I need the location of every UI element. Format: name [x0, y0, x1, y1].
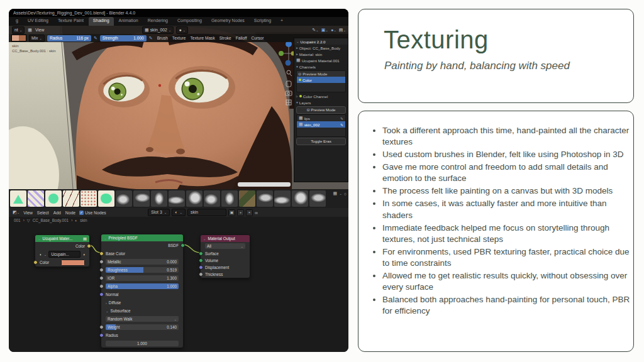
material-preview-icon[interactable]: ▣⌄	[321, 28, 328, 33]
view-menu[interactable]: View	[35, 28, 45, 32]
overlay-toggle-icon[interactable]: ✎⌄	[312, 28, 318, 33]
volume-socket[interactable]	[199, 258, 203, 263]
normal-socket[interactable]	[99, 292, 104, 297]
weight-slider[interactable]: Weight0.140	[106, 324, 179, 330]
brush-thumbnail[interactable]	[204, 190, 220, 207]
eye-icon[interactable]: ⊙	[298, 72, 301, 76]
brush-thumbnail[interactable]	[292, 190, 308, 207]
workspace-tab[interactable]: Shading	[89, 17, 114, 26]
ior-slider[interactable]: IOR1.300	[106, 275, 179, 281]
brush-thumbnail[interactable]	[274, 190, 291, 207]
metallic-slider[interactable]: Metallic0.000	[106, 259, 179, 265]
ucupaint-material-name[interactable]: ▦Ucupaint Material.001	[294, 57, 348, 63]
bsdf-output-socket[interactable]	[180, 243, 185, 248]
ucupaint-material-row[interactable]: ▸Material: skin	[294, 51, 348, 57]
workspace-tab[interactable]: +	[276, 17, 287, 26]
viewport-3d[interactable]: nt⌄ ▦ View ▦ skin_002⌄ ●⌄ ✎⌄ ▣⌄ ●⌄ ▤⌄	[9, 26, 348, 189]
brush-thumbnail[interactable]	[221, 190, 238, 207]
brush-thumbnail[interactable]	[116, 190, 132, 207]
brush-thumbnail[interactable]	[257, 190, 273, 207]
brush-thumbnail[interactable]	[169, 190, 185, 207]
use-nodes-checkbox[interactable]: ✓Use Nodes	[79, 211, 106, 215]
brush-color-swatch[interactable]	[11, 35, 26, 41]
output-socket[interactable]	[87, 244, 91, 248]
input-socket[interactable]	[33, 260, 38, 265]
displacement-socket[interactable]	[199, 265, 203, 270]
diffuse-expander[interactable]: ›Diffuse	[101, 299, 183, 307]
node-canvas[interactable]: ⌄Ucupaint Mater...▤ Color ◐⌄ Ucupain... …	[9, 224, 348, 352]
material-name-field[interactable]: skin	[187, 209, 226, 216]
slot-dropdown[interactable]: Slot 3⌄	[148, 209, 170, 216]
toggle-eraser-button[interactable]: Toggle Eras	[296, 138, 346, 145]
workspace-tab[interactable]: Animation	[114, 17, 143, 26]
new-material-icon[interactable]: +	[237, 209, 244, 216]
image-datablock-selector[interactable]: ▦ skin_002⌄	[142, 26, 174, 34]
channel-color-row[interactable]: Color	[297, 77, 345, 83]
brush-menu[interactable]: Texture Mask	[190, 36, 214, 40]
brush-thumbnail[interactable]	[239, 190, 255, 207]
brush-thumbnail[interactable]	[133, 190, 150, 207]
ucupaint-object-row[interactable]: ▸Object: CC_Base_Body	[294, 45, 348, 51]
subsurface-method-dropdown[interactable]: Random Walk⌄	[106, 316, 179, 322]
brush-radius-slider[interactable]: Radius116 px	[47, 35, 91, 41]
roughness-slider[interactable]: Roughness0.519	[106, 267, 179, 273]
brush-thumbnail[interactable]	[10, 190, 26, 207]
editor-type-icon[interactable]: ◩⌄	[13, 210, 19, 215]
brush-thumbnail[interactable]	[80, 190, 97, 207]
brush-thumbnail[interactable]	[45, 190, 62, 207]
brush-menu[interactable]: Cursor	[252, 36, 264, 40]
horizontal-scrollbar[interactable]	[238, 182, 291, 187]
shield-icon[interactable]: ▣	[228, 209, 235, 216]
workspace-tab[interactable]: Geometry Nodes	[207, 17, 249, 26]
brush-thumbnail[interactable]	[151, 190, 167, 207]
brush-menu[interactable]: Brush	[157, 36, 168, 40]
brush-menu[interactable]: Falloff	[236, 36, 247, 40]
color-wheel-icon[interactable]: ◑	[82, 252, 85, 256]
brush-menu[interactable]: Texture	[172, 36, 186, 40]
node-ucupaint-material[interactable]: ⌄Ucupaint Mater...▤ Color ◐⌄ Ucupain... …	[35, 234, 90, 267]
layer-row-lips[interactable]: ▦lips✎	[297, 115, 345, 121]
blend-mode-dropdown[interactable]: Mix⌄	[29, 35, 45, 42]
brush-menu[interactable]: Stroke	[219, 36, 231, 40]
layers-section-header[interactable]: ▾Layers	[294, 99, 348, 106]
channels-section-header[interactable]: ▾Channels	[294, 63, 348, 70]
node-editor-menu[interactable]: Node	[65, 211, 75, 215]
brush-strength-slider[interactable]: Strength1.000	[100, 35, 147, 41]
workspace-tab[interactable]: UV Editing	[23, 17, 53, 26]
radius-socket[interactable]	[99, 333, 104, 337]
brush-thumbnail[interactable]	[186, 190, 203, 207]
ucupaint-panel-header[interactable]: ⌄Ucupaint 2.2.0	[294, 38, 348, 45]
thickness-socket[interactable]	[199, 272, 203, 277]
material-icon-dropdown[interactable]: ◐⌄	[172, 209, 186, 216]
node-editor-menu[interactable]: Select	[37, 211, 49, 215]
layer-row-skin[interactable]: ▦skin_002✎	[297, 121, 345, 128]
pivot-dropdown[interactable]: ●⌄	[176, 26, 188, 34]
color-swatch[interactable]	[61, 260, 85, 266]
workspace-tab[interactable]: Scripting	[250, 17, 275, 26]
brush-thumbnail[interactable]	[98, 190, 114, 207]
workspace-tab[interactable]: Rendering	[143, 17, 172, 26]
radius-value-slider[interactable]: 1.000	[106, 341, 179, 346]
strength-pressure-icon[interactable]: ✎	[149, 36, 153, 41]
chevron-down-icon[interactable]: ⌄	[339, 192, 342, 195]
workspace-tab[interactable]: Texture Paint	[53, 17, 88, 26]
brush-thumbnail[interactable]	[63, 190, 79, 207]
search-icon[interactable]: ○	[344, 192, 347, 196]
subsurface-expander[interactable]: ⌄Subsurface	[101, 307, 183, 315]
node-editor-menu[interactable]: Add	[53, 211, 61, 215]
rendered-shading-icon[interactable]: ●⌄	[331, 28, 336, 33]
color-channel-row[interactable]: ▹Color Channel	[294, 93, 348, 99]
surface-socket[interactable]	[199, 251, 203, 256]
alpha-slider[interactable]: Alpha1.000	[106, 283, 179, 289]
brush-thumbnail[interactable]	[309, 190, 326, 207]
node-principled-bsdf[interactable]: ⌄Principled BSDF BSDF Base Color Metalli…	[101, 234, 184, 348]
link-icon[interactable]: ∞	[255, 211, 258, 215]
output-target-dropdown[interactable]: All⌄	[205, 243, 245, 249]
workspace-tab[interactable]: Compositing	[173, 17, 206, 26]
wireframe-shading-icon[interactable]: ▤⌄	[339, 28, 346, 33]
shader-node-editor[interactable]: ◩⌄ ViewSelectAddNode ✓Use Nodes Slot 3⌄ …	[9, 208, 348, 352]
workspace-tab[interactable]: g	[11, 17, 23, 26]
display-mode-icon[interactable]: ▦	[333, 191, 338, 196]
brush-thumbnail[interactable]	[28, 190, 44, 207]
ucupaint-select[interactable]: Ucupain...	[48, 251, 80, 258]
